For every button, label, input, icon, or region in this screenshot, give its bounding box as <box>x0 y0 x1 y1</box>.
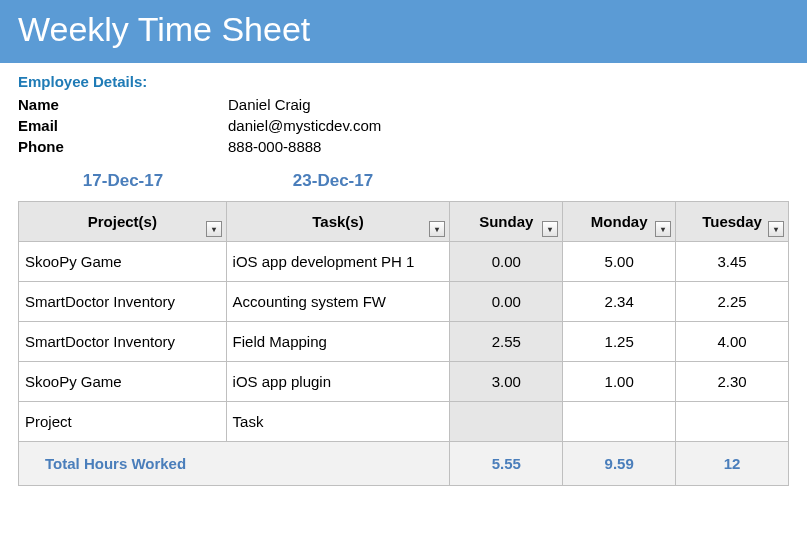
filter-dropdown-icon[interactable]: ▾ <box>429 221 445 237</box>
page-header: Weekly Time Sheet <box>0 0 807 63</box>
cell-monday[interactable] <box>563 402 676 442</box>
page-title: Weekly Time Sheet <box>18 10 310 48</box>
cell-project[interactable]: SkooPy Game <box>19 242 227 282</box>
col-header-tuesday-label: Tuesday <box>702 213 762 230</box>
cell-sunday[interactable]: 0.00 <box>450 282 563 322</box>
employee-details: Employee Details: Name Daniel Craig Emai… <box>0 63 807 157</box>
cell-project[interactable]: SmartDoctor Inventory <box>19 282 227 322</box>
total-tuesday: 12 <box>676 442 789 486</box>
cell-tuesday[interactable] <box>676 402 789 442</box>
cell-sunday[interactable]: 0.00 <box>450 242 563 282</box>
label-email: Email <box>18 115 228 136</box>
col-header-sunday: Sunday ▾ <box>450 202 563 242</box>
col-header-monday: Monday ▾ <box>563 202 676 242</box>
employee-row-phone: Phone 888-000-8888 <box>18 136 789 157</box>
cell-task[interactable]: Task <box>226 402 450 442</box>
col-header-sunday-label: Sunday <box>479 213 533 230</box>
cell-task[interactable]: Accounting system FW <box>226 282 450 322</box>
cell-sunday[interactable]: 3.00 <box>450 362 563 402</box>
cell-task[interactable]: iOS app plugin <box>226 362 450 402</box>
cell-monday[interactable]: 2.34 <box>563 282 676 322</box>
total-sunday: 5.55 <box>450 442 563 486</box>
total-monday: 9.59 <box>563 442 676 486</box>
col-header-project: Project(s) ▾ <box>19 202 227 242</box>
cell-project[interactable]: SmartDoctor Inventory <box>19 322 227 362</box>
cell-sunday[interactable] <box>450 402 563 442</box>
cell-monday[interactable]: 1.00 <box>563 362 676 402</box>
date-range: 17-Dec-17 23-Dec-17 <box>0 157 807 201</box>
cell-monday[interactable]: 1.25 <box>563 322 676 362</box>
label-name: Name <box>18 94 228 115</box>
table-row: SmartDoctor Inventory Accounting system … <box>19 282 789 322</box>
start-date: 17-Dec-17 <box>18 171 228 191</box>
filter-dropdown-icon[interactable]: ▾ <box>655 221 671 237</box>
cell-task[interactable]: iOS app development PH 1 <box>226 242 450 282</box>
filter-dropdown-icon[interactable]: ▾ <box>542 221 558 237</box>
table-row: SkooPy Game iOS app development PH 1 0.0… <box>19 242 789 282</box>
table-row: Project Task <box>19 402 789 442</box>
end-date: 23-Dec-17 <box>228 171 438 191</box>
col-header-project-label: Project(s) <box>88 213 157 230</box>
value-name: Daniel Craig <box>228 94 311 115</box>
cell-tuesday[interactable]: 2.30 <box>676 362 789 402</box>
filter-dropdown-icon[interactable]: ▾ <box>768 221 784 237</box>
table-row: SmartDoctor Inventory Field Mapping 2.55… <box>19 322 789 362</box>
value-email: daniel@mysticdev.com <box>228 115 381 136</box>
table-row: SkooPy Game iOS app plugin 3.00 1.00 2.3… <box>19 362 789 402</box>
cell-project[interactable]: Project <box>19 402 227 442</box>
employee-details-title: Employee Details: <box>18 73 789 90</box>
filter-dropdown-icon[interactable]: ▾ <box>206 221 222 237</box>
cell-sunday[interactable]: 2.55 <box>450 322 563 362</box>
col-header-tuesday: Tuesday ▾ <box>676 202 789 242</box>
totals-row: Total Hours Worked 5.55 9.59 12 <box>19 442 789 486</box>
cell-tuesday[interactable]: 4.00 <box>676 322 789 362</box>
label-phone: Phone <box>18 136 228 157</box>
table-body: SkooPy Game iOS app development PH 1 0.0… <box>19 242 789 486</box>
employee-row-email: Email daniel@mysticdev.com <box>18 115 789 136</box>
timesheet-table-wrap: Project(s) ▾ Task(s) ▾ Sunday ▾ Monday ▾… <box>0 201 807 486</box>
cell-task[interactable]: Field Mapping <box>226 322 450 362</box>
cell-monday[interactable]: 5.00 <box>563 242 676 282</box>
col-header-task: Task(s) ▾ <box>226 202 450 242</box>
totals-label: Total Hours Worked <box>19 442 450 486</box>
employee-row-name: Name Daniel Craig <box>18 94 789 115</box>
table-header-row: Project(s) ▾ Task(s) ▾ Sunday ▾ Monday ▾… <box>19 202 789 242</box>
cell-tuesday[interactable]: 3.45 <box>676 242 789 282</box>
cell-tuesday[interactable]: 2.25 <box>676 282 789 322</box>
col-header-monday-label: Monday <box>591 213 648 230</box>
col-header-task-label: Task(s) <box>312 213 363 230</box>
value-phone: 888-000-8888 <box>228 136 321 157</box>
cell-project[interactable]: SkooPy Game <box>19 362 227 402</box>
timesheet-table: Project(s) ▾ Task(s) ▾ Sunday ▾ Monday ▾… <box>18 201 789 486</box>
